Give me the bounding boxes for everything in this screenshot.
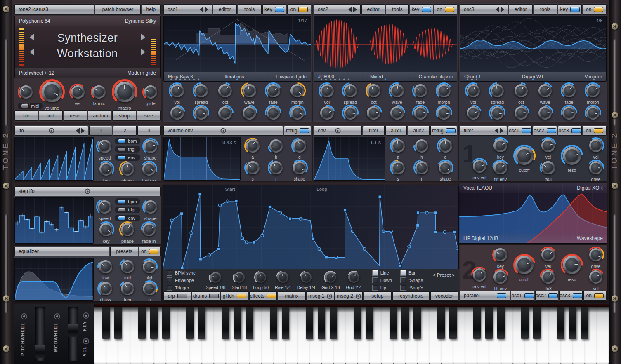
fine-knob[interactable]: fine — [241, 105, 257, 122]
init-button[interactable]: init — [39, 110, 62, 121]
volume-env-display[interactable]: 0.43 s — [163, 137, 241, 181]
semi-knob[interactable]: semi — [366, 105, 382, 122]
pan-knob[interactable]: pan — [169, 105, 185, 122]
rise-1-4-knob[interactable]: Rise 1/4 — [275, 271, 291, 290]
wave-knob[interactable]: wave — [241, 82, 257, 105]
piano-keyboard[interactable] — [94, 307, 609, 364]
step-lfo-display[interactable] — [14, 197, 94, 244]
speed-1-8-knob[interactable]: Speed 1/8 — [206, 271, 226, 290]
piano-key-black[interactable] — [390, 307, 397, 339]
low-knob[interactable]: low — [97, 258, 114, 280]
size-button[interactable]: size — [137, 110, 161, 121]
vel-mod-icon[interactable] — [83, 338, 89, 344]
phase-knob[interactable]: phase — [119, 161, 136, 181]
on-button[interactable]: on — [583, 4, 607, 15]
volume-env-button[interactable]: volume env — [163, 126, 283, 136]
piano-key-black[interactable] — [473, 307, 481, 339]
piano-key-black[interactable] — [114, 307, 122, 339]
on-button[interactable]: on — [434, 4, 457, 15]
pitchwheel-mod-icon[interactable] — [21, 313, 27, 319]
shape-knob[interactable]: shape — [437, 160, 453, 181]
key-button[interactable]: key — [262, 4, 286, 15]
piano-key-black[interactable] — [138, 307, 146, 339]
lfo1-knob[interactable]: lfo1 — [412, 105, 429, 122]
grid-x-16-knob[interactable]: Grid X 16 — [321, 271, 340, 290]
mid-knob[interactable]: mid — [119, 258, 136, 280]
env-button[interactable]: env — [314, 126, 362, 136]
piano-key-black[interactable] — [186, 307, 194, 339]
tools-button[interactable]: tools — [386, 4, 409, 15]
piano-key-black[interactable] — [413, 307, 421, 339]
r-knob[interactable]: r — [268, 160, 284, 181]
phase-knob[interactable]: phase — [193, 105, 209, 122]
h-knob[interactable]: h — [268, 138, 284, 160]
on-button[interactable]: on — [287, 4, 311, 15]
lfo2-knob[interactable]: lfo2 — [289, 105, 306, 122]
osc2-button[interactable]: osc2 — [533, 126, 557, 136]
snapx-checkbox[interactable]: :SnapX — [400, 277, 423, 283]
osc3-button[interactable]: osc3 — [460, 4, 508, 15]
piano-key-black[interactable] — [282, 307, 289, 339]
phase-knob[interactable]: phase — [342, 105, 359, 122]
oct-knob[interactable]: oct — [366, 82, 382, 105]
vel-knob[interactable]: vel — [540, 247, 556, 269]
grid-y-4-knob[interactable]: Grid Y 4 — [346, 271, 362, 290]
modwheel-mod-icon[interactable] — [54, 313, 60, 319]
key-knob[interactable]: key — [492, 247, 509, 269]
env-toggle[interactable]: env — [115, 215, 140, 221]
reset-button[interactable]: reset — [64, 110, 87, 121]
lfo-button[interactable]: lfo — [14, 126, 88, 136]
osc3-button[interactable]: osc3 — [559, 291, 582, 301]
piano-key-black[interactable] — [198, 307, 205, 339]
semi-knob[interactable]: semi — [513, 105, 529, 122]
morph-knob[interactable]: morph — [289, 82, 306, 105]
piano-key-black[interactable] — [366, 307, 373, 339]
wave-knob[interactable]: wave — [537, 82, 553, 105]
vol-knob[interactable]: vol — [169, 82, 185, 105]
piano-key-black[interactable] — [449, 307, 457, 339]
wave-knob[interactable]: wave — [389, 82, 405, 105]
piano-key-black[interactable] — [102, 307, 110, 339]
piano-key-white[interactable] — [597, 307, 609, 364]
a-knob[interactable]: a — [390, 138, 406, 160]
spread-knob[interactable]: spread — [489, 82, 505, 105]
editor-button[interactable]: editor — [361, 4, 385, 15]
freq-knob[interactable]: freq — [119, 280, 136, 301]
fade-knob[interactable]: fade — [561, 82, 577, 105]
fade-knob[interactable]: fade — [265, 82, 281, 105]
prev-next-arrows-icon[interactable] — [496, 7, 504, 12]
trigger-checkbox[interactable]: Trigger — [167, 285, 196, 291]
lfo3-knob[interactable]: lfo3 — [540, 160, 556, 181]
lfo1-knob[interactable]: lfo1 — [265, 105, 281, 122]
fade-knob[interactable]: fade — [412, 82, 429, 105]
morph-knob[interactable]: morph — [436, 82, 452, 105]
key-button[interactable]: key — [410, 4, 433, 15]
osc1-right-slot[interactable]: Lowpass Fade — [276, 74, 307, 79]
drive-knob[interactable]: drive — [588, 247, 604, 269]
editor-button[interactable]: editor — [213, 4, 237, 15]
on-button[interactable]: on — [583, 126, 607, 136]
filt-env-knob[interactable]: filt env — [492, 269, 509, 291]
down-checkbox[interactable]: Down — [372, 277, 392, 283]
prev-next-arrows-icon[interactable] — [76, 128, 85, 134]
preset-selector[interactable]: < Preset > — [433, 272, 455, 277]
d-knob[interactable]: d — [437, 138, 453, 160]
piano-key-black[interactable] — [270, 307, 277, 339]
osc1-button[interactable]: osc1 — [511, 291, 534, 301]
fx-mix-knob[interactable]: fx mix — [91, 84, 107, 106]
piano-key-black[interactable] — [222, 307, 229, 339]
prev-next-arrows-icon[interactable] — [200, 7, 208, 12]
modwheel-thumb[interactable] — [68, 324, 78, 337]
piano-key-black[interactable] — [401, 307, 409, 339]
aux2-button[interactable]: aux2 — [408, 126, 430, 136]
osc1-button[interactable]: osc1 — [508, 126, 532, 136]
vol-knob[interactable]: vol — [465, 82, 482, 105]
pan-knob[interactable]: pan — [319, 105, 335, 122]
filter1-subtype[interactable]: HP Digital 12dB — [463, 235, 498, 241]
parallel-button[interactable]: parallel — [460, 291, 510, 301]
tools-button[interactable]: tools — [238, 4, 262, 15]
2-button[interactable]: 2 — [113, 126, 136, 136]
tools-button[interactable]: tools — [534, 4, 557, 15]
loop-50-knob[interactable]: Loop 50 — [253, 271, 269, 290]
speed-knob[interactable]: speed — [96, 199, 113, 221]
